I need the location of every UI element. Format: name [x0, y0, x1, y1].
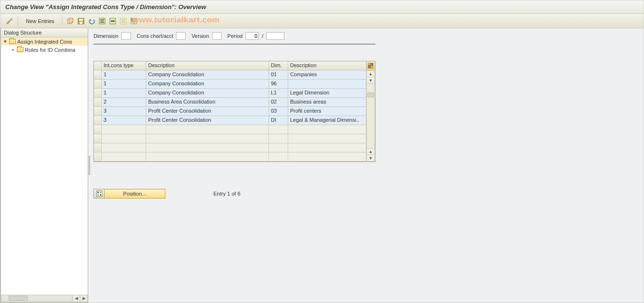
new-entries-button[interactable]: New Entries [22, 16, 58, 26]
cell-int-cons-type[interactable] [102, 152, 146, 162]
row-selector[interactable] [94, 70, 102, 80]
row-selector[interactable] [94, 134, 102, 143]
table-row-empty[interactable] [94, 143, 375, 152]
wrench-pencil-icon[interactable] [5, 17, 14, 25]
cell-description-2[interactable] [288, 152, 366, 162]
cell-description-1[interactable] [146, 152, 269, 162]
cell-description-1[interactable] [146, 134, 269, 143]
cell-int-cons-type[interactable]: 1 [102, 89, 146, 98]
table-row[interactable]: 1Company ConsolidationL1Legal Dimension [94, 89, 375, 98]
svg-rect-1 [69, 18, 73, 23]
col-description-1[interactable]: Description [146, 61, 269, 70]
cell-int-cons-type[interactable]: 3 [102, 107, 146, 116]
cell-description-2[interactable]: Legal Dimension [288, 89, 366, 98]
table-configure-button[interactable] [366, 61, 375, 70]
cell-description-1[interactable]: Business Area Consolidation [146, 98, 269, 107]
cell-dim[interactable]: 01 [269, 70, 288, 80]
row-selector[interactable] [94, 89, 102, 98]
table-row-empty[interactable] [94, 152, 375, 162]
cell-dim[interactable]: L1 [269, 89, 288, 98]
scroll-right-icon[interactable]: ▶ [80, 295, 88, 302]
col-description-2[interactable]: Description [288, 61, 366, 70]
cell-dim[interactable] [269, 143, 288, 152]
deselect-icon[interactable] [119, 17, 128, 25]
table-row-empty[interactable] [94, 125, 375, 134]
save-icon[interactable] [77, 17, 85, 25]
cell-dim[interactable]: 02 [269, 98, 288, 107]
table-row[interactable]: 3Profit Center Consolidation03Profit cen… [94, 107, 375, 116]
cell-dim[interactable] [269, 125, 288, 134]
cell-dim[interactable]: DI [269, 116, 288, 125]
cell-description-2[interactable]: Profit centers [288, 107, 366, 116]
select-block-icon[interactable] [108, 17, 117, 25]
table-vertical-scrollbar[interactable]: ▲ ▼ ▲ ▼ [366, 70, 375, 162]
cell-int-cons-type[interactable]: 1 [102, 70, 146, 80]
filter-cons-chart-input[interactable] [176, 32, 186, 40]
entry-counter: Entry 1 of 6 [213, 191, 240, 197]
cell-description-2[interactable]: Legal & Managerial Dimensi.. [288, 116, 366, 125]
cell-description-1[interactable]: Profit Center Consolidation [146, 107, 269, 116]
table-row[interactable]: 2Business Area Consolidation02Business a… [94, 98, 375, 107]
cell-description-1[interactable]: Profit Center Consolidation [146, 116, 269, 125]
filter-version-input[interactable] [212, 32, 222, 40]
scroll-up-end-icon[interactable]: ▲ [366, 148, 375, 155]
scrollbar-thumb[interactable] [9, 296, 28, 301]
row-selector[interactable] [94, 152, 102, 162]
cell-int-cons-type[interactable] [102, 125, 146, 134]
table-row[interactable]: 3Profit Center ConsolidationDILegal & Ma… [94, 116, 375, 125]
cell-dim[interactable] [269, 134, 288, 143]
cell-int-cons-type[interactable]: 1 [102, 80, 146, 89]
filter-period-input-a[interactable] [246, 32, 259, 40]
filter-period-input-b[interactable] [266, 32, 284, 40]
filter-dimension-input[interactable] [121, 32, 131, 40]
folder-closed-icon [17, 47, 23, 52]
copy-icon[interactable] [66, 17, 75, 25]
svg-rect-14 [121, 22, 125, 23]
cell-description-1[interactable]: Company Consolidation [146, 80, 269, 89]
row-selector[interactable] [94, 143, 102, 152]
cell-description-1[interactable]: Company Consolidation [146, 89, 269, 98]
cell-description-2[interactable]: Companies [288, 70, 366, 80]
tree-collapse-icon[interactable]: ▾ [3, 38, 8, 45]
tree-item-rules-for-id-combina[interactable]: • Rules for ID Combina [1, 46, 88, 54]
cell-int-cons-type[interactable] [102, 143, 146, 152]
tree-horizontal-scrollbar[interactable]: ◀ ▶ [1, 294, 88, 302]
cell-description-2[interactable] [288, 80, 366, 89]
cell-int-cons-type[interactable]: 2 [102, 98, 146, 107]
cell-description-2[interactable] [288, 143, 366, 152]
cell-description-1[interactable]: Company Consolidation [146, 70, 269, 80]
row-selector[interactable] [94, 107, 102, 116]
scroll-down-icon[interactable]: ▼ [366, 77, 375, 84]
position-button[interactable]: Position... [94, 189, 165, 198]
cell-description-2[interactable]: Business areas [288, 98, 366, 107]
col-dim[interactable]: Dim. [269, 61, 288, 70]
scroll-up-icon[interactable]: ▲ [366, 70, 375, 77]
scrollbar-track[interactable] [366, 84, 375, 148]
table-row-empty[interactable] [94, 134, 375, 143]
scrollbar-thumb[interactable] [367, 93, 374, 97]
col-int-cons-type[interactable]: Int.cons type [102, 61, 146, 70]
select-all-icon[interactable] [98, 17, 106, 25]
cell-description-1[interactable] [146, 125, 269, 134]
row-selector[interactable] [94, 80, 102, 89]
table-row[interactable]: 1Company Consolidation96 [94, 80, 375, 89]
undo-icon[interactable] [87, 17, 96, 25]
tree-item-assign-integrated-cons[interactable]: ▾ Assign Integrated Cons [1, 37, 88, 46]
row-selector[interactable] [94, 116, 102, 125]
row-selector[interactable] [94, 125, 102, 134]
cell-dim[interactable] [269, 152, 288, 162]
scrollbar-track[interactable] [1, 295, 72, 302]
scroll-down-end-icon[interactable]: ▼ [366, 155, 375, 162]
row-selector-header[interactable] [94, 61, 102, 70]
cell-description-2[interactable] [288, 134, 366, 143]
scroll-left-icon[interactable]: ◀ [72, 295, 80, 302]
cell-description-1[interactable] [146, 143, 269, 152]
table-row[interactable]: 1Company Consolidation01Companies [94, 70, 375, 80]
cell-dim[interactable]: 96 [269, 80, 288, 89]
cell-description-2[interactable] [288, 125, 366, 134]
row-selector[interactable] [94, 98, 102, 107]
filter-version-label: Version [191, 33, 209, 39]
cell-int-cons-type[interactable]: 3 [102, 116, 146, 125]
cell-int-cons-type[interactable] [102, 134, 146, 143]
cell-dim[interactable]: 03 [269, 107, 288, 116]
